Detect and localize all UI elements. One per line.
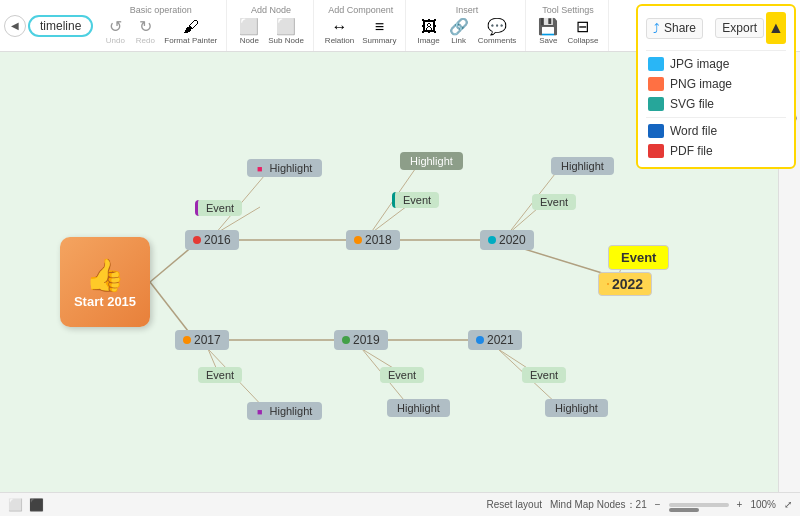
- export-svg-item[interactable]: SVG file: [646, 94, 786, 114]
- highlight-2020-node[interactable]: Highlight: [551, 157, 614, 175]
- year-2019-node[interactable]: 2019: [334, 330, 388, 350]
- event-2017-label: Event: [206, 369, 234, 381]
- png-icon: [648, 77, 664, 91]
- dot-2021: [476, 336, 484, 344]
- add-node-label: Add Node: [251, 5, 291, 15]
- document-title[interactable]: timeline: [28, 15, 93, 37]
- reset-layout-button[interactable]: Reset layout: [486, 499, 542, 510]
- export-pdf-item[interactable]: PDF file: [646, 141, 786, 161]
- sub-node-button[interactable]: ⬜ Sub Node: [265, 17, 307, 47]
- event-2016-node[interactable]: Event: [195, 200, 242, 216]
- highlight-2017-node[interactable]: Highlight: [247, 402, 322, 420]
- add-node-group: Add Node ⬜ Node ⬜ Sub Node: [229, 0, 314, 51]
- event-2021-node[interactable]: Event: [522, 367, 566, 383]
- word-icon: [648, 124, 664, 138]
- statusbar-left: ⬜ ⬛: [8, 498, 44, 512]
- highlight-2017-label: Highlight: [270, 405, 313, 417]
- node-icon: ⬜: [239, 19, 259, 35]
- start-label: Start 2015: [74, 294, 136, 309]
- statusbar-icon-2[interactable]: ⬛: [29, 498, 44, 512]
- sub-node-icon: ⬜: [276, 19, 296, 35]
- highlight-2021-node[interactable]: Highlight: [545, 399, 608, 417]
- export-word-item[interactable]: Word file: [646, 121, 786, 141]
- export-dropdown: ⤴ Share Export ▲ JPG image PNG image SVG…: [636, 4, 796, 169]
- year-2020-node[interactable]: 2020: [480, 230, 534, 250]
- link-button[interactable]: 🔗 Link: [445, 17, 473, 47]
- insert-label: Insert: [456, 5, 479, 15]
- zoom-slider[interactable]: [669, 503, 729, 507]
- image-button[interactable]: 🖼 Image: [414, 17, 442, 47]
- year-2018-label: 2018: [365, 233, 392, 247]
- redo-button[interactable]: ↻ Redo: [131, 17, 159, 47]
- highlight-2019-label: Highlight: [397, 402, 440, 414]
- year-2022-node[interactable]: 2022: [598, 272, 652, 296]
- event-2016-label: Event: [206, 202, 234, 214]
- export-png-item[interactable]: PNG image: [646, 74, 786, 94]
- highlight-2016-node[interactable]: Highlight: [247, 159, 322, 177]
- event-2020-node[interactable]: Event: [532, 194, 576, 210]
- dot-2017: [183, 336, 191, 344]
- save-icon: 💾: [538, 19, 558, 35]
- dot-2022: [607, 283, 609, 285]
- node-count-label: Mind Map Nodes：21: [550, 498, 647, 512]
- highlight-2016-label: Highlight: [270, 162, 313, 174]
- image-icon: 🖼: [421, 19, 437, 35]
- zoom-plus-button[interactable]: +: [737, 499, 743, 510]
- insert-items: 🖼 Image 🔗 Link 💬 Comments: [414, 17, 519, 47]
- event-2017-node[interactable]: Event: [198, 367, 242, 383]
- relation-icon: ↔: [332, 19, 348, 35]
- dot-2018: [354, 236, 362, 244]
- add-node-items: ⬜ Node ⬜ Sub Node: [235, 17, 307, 47]
- fullscreen-button[interactable]: ⤢: [784, 499, 792, 510]
- redo-icon: ↻: [139, 19, 152, 35]
- comments-icon: 💬: [487, 19, 507, 35]
- save-button[interactable]: 💾 Save: [534, 17, 562, 47]
- divider-1: [646, 50, 786, 51]
- basic-operation-items: ↺ Undo ↻ Redo 🖌 Format Painter: [101, 17, 220, 47]
- highlight-2018-node[interactable]: Highlight: [400, 152, 463, 170]
- event-2021-label: Event: [530, 369, 558, 381]
- event-2018-label: Event: [403, 194, 431, 206]
- node-button[interactable]: ⬜ Node: [235, 17, 263, 47]
- year-2017-label: 2017: [194, 333, 221, 347]
- relation-button[interactable]: ↔ Relation: [322, 17, 357, 47]
- undo-button[interactable]: ↺ Undo: [101, 17, 129, 47]
- pdf-label: PDF file: [670, 144, 713, 158]
- share-button[interactable]: ⤴ Share: [646, 18, 703, 39]
- highlight-2021-label: Highlight: [555, 402, 598, 414]
- svg-label: SVG file: [670, 97, 714, 111]
- year-2016-node[interactable]: 2016: [185, 230, 239, 250]
- start-node[interactable]: 👍 Start 2015: [60, 237, 150, 327]
- event-2019-node[interactable]: Event: [380, 367, 424, 383]
- event-2020-label: Event: [540, 196, 568, 208]
- collapse-button[interactable]: ⊟ Collapse: [564, 17, 601, 47]
- format-painter-button[interactable]: 🖌 Format Painter: [161, 17, 220, 47]
- export-jpg-item[interactable]: JPG image: [646, 54, 786, 74]
- year-2017-node[interactable]: 2017: [175, 330, 229, 350]
- dot-2019: [342, 336, 350, 344]
- statusbar-icon-1[interactable]: ⬜: [8, 498, 23, 512]
- zoom-minus-button[interactable]: −: [655, 499, 661, 510]
- tool-settings-items: 💾 Save ⊟ Collapse: [534, 17, 601, 47]
- year-2018-node[interactable]: 2018: [346, 230, 400, 250]
- dot-2020: [488, 236, 496, 244]
- export-arrow[interactable]: ▲: [766, 12, 786, 44]
- png-label: PNG image: [670, 77, 732, 91]
- add-component-group: Add Component ↔ Relation ≡ Summary: [316, 0, 407, 51]
- back-button[interactable]: ◀: [4, 15, 26, 37]
- start-emoji: 👍: [85, 256, 125, 294]
- year-2021-label: 2021: [487, 333, 514, 347]
- highlight-2019-node[interactable]: Highlight: [387, 399, 450, 417]
- event-2022-top-node[interactable]: Event: [608, 245, 669, 270]
- year-2019-label: 2019: [353, 333, 380, 347]
- year-2016-label: 2016: [204, 233, 231, 247]
- summary-button[interactable]: ≡ Summary: [359, 17, 399, 47]
- word-label: Word file: [670, 124, 717, 138]
- export-header: ⤴ Share Export ▲: [646, 12, 786, 44]
- event-2018-node[interactable]: Event: [392, 192, 439, 208]
- comments-button[interactable]: 💬 Comments: [475, 17, 520, 47]
- format-painter-icon: 🖌: [183, 19, 199, 35]
- highlight-2018-label: Highlight: [410, 155, 453, 167]
- export-button[interactable]: Export: [715, 18, 764, 38]
- year-2021-node[interactable]: 2021: [468, 330, 522, 350]
